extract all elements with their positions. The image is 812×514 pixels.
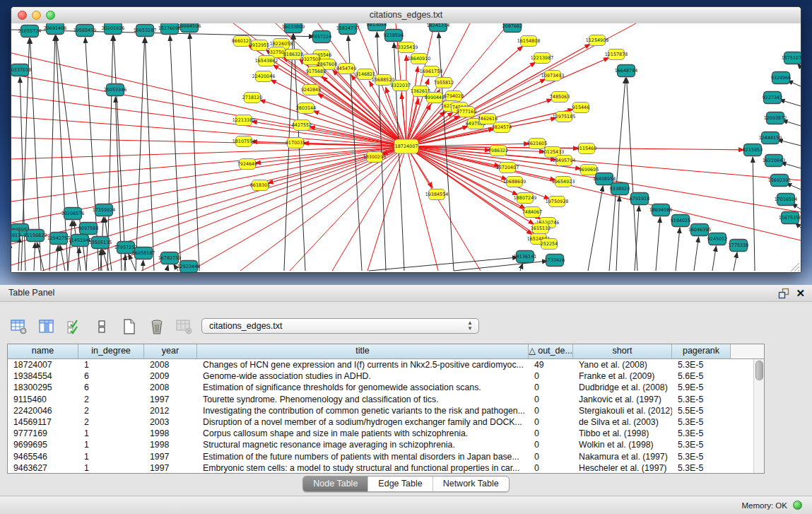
- table-cell[interactable]: Disruption of a novel member of a sodium…: [197, 416, 529, 428]
- table-cell[interactable]: Tibbo et al. (1998): [573, 428, 672, 439]
- close-window-icon[interactable]: [18, 11, 27, 20]
- table-cell[interactable]: 0: [529, 370, 573, 382]
- table-cell[interactable]: 1998: [144, 428, 197, 439]
- table-cell[interactable]: 1997: [144, 451, 197, 462]
- table-cell[interactable]: 2: [78, 405, 144, 416]
- new-document-icon[interactable]: [120, 318, 139, 335]
- table-row[interactable]: 1830029562008Estimation of significance …: [8, 382, 764, 393]
- table-cell[interactable]: Wolkin et al. (1998): [573, 439, 672, 450]
- table-cell[interactable]: 5.6E-5: [672, 370, 731, 382]
- table-cell[interactable]: Changes of HCN gene expression and I(f) …: [197, 359, 529, 370]
- memory-status-icon[interactable]: [793, 501, 802, 510]
- table-cell[interactable]: 49: [529, 359, 573, 370]
- table-cell[interactable]: 0: [529, 428, 573, 439]
- table-cell[interactable]: 1998: [144, 439, 197, 450]
- table-cell[interactable]: 1997: [144, 462, 197, 474]
- table-row[interactable]: 1456911722003Disruption of a novel membe…: [8, 416, 764, 428]
- table-cell[interactable]: Tourette syndrome. Phenomenology and cla…: [197, 394, 529, 405]
- table-column-icon[interactable]: [37, 318, 56, 335]
- column-header-in_degree[interactable]: in_degree: [78, 344, 144, 358]
- table-cell[interactable]: 0: [529, 405, 573, 416]
- table-cell[interactable]: 5.3E-5: [672, 462, 731, 474]
- table-cell[interactable]: 2003: [144, 416, 197, 428]
- table-cell[interactable]: de Silva et al. (2003): [573, 416, 672, 428]
- table-cell[interactable]: 1: [78, 451, 144, 462]
- table-cell[interactable]: Nakamura et al. (1997): [573, 451, 672, 462]
- scrollbar-thumb[interactable]: [755, 361, 763, 380]
- table-cell[interactable]: 9699695: [8, 439, 78, 450]
- table-settings-icon[interactable]: [10, 318, 28, 335]
- table-cell[interactable]: Hescheler et al. (1997): [573, 462, 672, 474]
- table-cell[interactable]: 18300295: [8, 382, 78, 393]
- table-cell[interactable]: Investigating the contribution of common…: [197, 405, 529, 416]
- table-cell[interactable]: 5.3E-5: [672, 416, 731, 428]
- table-cell[interactable]: 5.3E-5: [672, 439, 731, 450]
- table-cell[interactable]: 0: [529, 416, 573, 428]
- table-row[interactable]: 1938455462009Genome-wide association stu…: [8, 370, 764, 382]
- tab-network-table[interactable]: Network Table: [433, 477, 509, 491]
- table-cell[interactable]: 2009: [144, 370, 197, 382]
- column-header-out_de[interactable]: △ out_de...: [529, 344, 573, 358]
- window-titlebar[interactable]: citations_edges.txt: [11, 7, 801, 24]
- table-row[interactable]: 2242004622012Investigating the contribut…: [8, 405, 764, 416]
- table-row[interactable]: 1872400712008Changes of HCN gene express…: [8, 359, 764, 370]
- table-cell[interactable]: Estimation of significance thresholds fo…: [197, 382, 529, 393]
- table-row[interactable]: 946554611997Estimation of the future num…: [8, 451, 764, 462]
- table-cell[interactable]: Stergiakouli et al. (2012): [573, 405, 672, 416]
- table-row[interactable]: 977716911998Corpus callosum shape and si…: [8, 428, 764, 439]
- table-cell[interactable]: 22420046: [8, 405, 78, 416]
- table-cell[interactable]: 9115460: [8, 394, 78, 405]
- table-cell[interactable]: 5.3E-5: [672, 394, 731, 405]
- table-cell[interactable]: 1: [78, 462, 144, 474]
- table-cell[interactable]: 6: [78, 370, 144, 382]
- close-panel-icon[interactable]: ✕: [796, 286, 805, 301]
- table-cell[interactable]: Dudbridge et al. (2008): [573, 382, 672, 393]
- table-cell[interactable]: 5.3E-5: [672, 359, 731, 370]
- table-cell[interactable]: 5.5E-5: [672, 405, 731, 416]
- table-cell[interactable]: 2012: [144, 405, 197, 416]
- table-cell[interactable]: 5.9E-5: [672, 382, 731, 393]
- table-cell[interactable]: 9777169: [8, 428, 78, 439]
- resize-grip-icon[interactable]: [791, 263, 799, 271]
- tab-node-table[interactable]: Node Table: [303, 477, 367, 491]
- table-cell[interactable]: 5.3E-5: [672, 451, 731, 462]
- table-row[interactable]: 969969511998Structural magnetic resonanc…: [8, 439, 764, 450]
- table-cell[interactable]: 1: [78, 428, 144, 439]
- table-row[interactable]: 911546021997Tourette syndrome. Phenomeno…: [8, 394, 764, 405]
- table-cell[interactable]: Yano et al. (2008): [573, 359, 672, 370]
- table-cell[interactable]: 2: [78, 416, 144, 428]
- table-cell[interactable]: 2008: [144, 382, 197, 393]
- table-cell[interactable]: 0: [529, 394, 573, 405]
- table-cell[interactable]: 0: [529, 462, 573, 474]
- table-cell[interactable]: Corpus callosum shape and size in male p…: [197, 428, 529, 439]
- checklist-icon[interactable]: [65, 318, 83, 335]
- tab-edge-table[interactable]: Edge Table: [367, 477, 432, 491]
- rows-icon[interactable]: [93, 318, 111, 335]
- table-cell[interactable]: 5.3E-5: [672, 428, 731, 439]
- table-select-dropdown[interactable]: citations_edges.txt ▲▼: [201, 318, 479, 334]
- column-header-year[interactable]: year: [144, 344, 197, 358]
- table-cell[interactable]: 14569117: [8, 416, 78, 428]
- column-header-title[interactable]: title: [197, 344, 529, 358]
- column-header-name[interactable]: name: [8, 344, 78, 358]
- table-row[interactable]: 946362711997Embryonic stem cells: a mode…: [8, 462, 764, 474]
- table-cell[interactable]: 18724007: [8, 359, 78, 370]
- table-cell[interactable]: 0: [529, 439, 573, 450]
- table-cell[interactable]: Genome-wide association studies in ADHD.: [197, 370, 529, 382]
- table-cell[interactable]: 0: [529, 451, 573, 462]
- vertical-scrollbar[interactable]: [753, 359, 764, 473]
- zoom-window-icon[interactable]: [46, 11, 55, 20]
- table-cell[interactable]: 19384554: [8, 370, 78, 382]
- float-panel-icon[interactable]: [778, 288, 789, 299]
- table-cell[interactable]: 1: [78, 359, 144, 370]
- table-cell[interactable]: 0: [529, 382, 573, 393]
- table-cell[interactable]: 2: [78, 394, 144, 405]
- column-header-short[interactable]: short: [573, 344, 672, 358]
- table-cell[interactable]: 2008: [144, 359, 197, 370]
- table-cell[interactable]: 6: [78, 382, 144, 393]
- table-cell[interactable]: 9465546: [8, 451, 78, 462]
- table-cell[interactable]: Embryonic stem cells: a model to study s…: [197, 462, 529, 474]
- table-panel-header[interactable]: Table Panel ✕: [0, 285, 812, 302]
- table-cell[interactable]: Jankovic et al. (1997): [573, 394, 672, 405]
- table-cell[interactable]: 9463627: [8, 462, 78, 474]
